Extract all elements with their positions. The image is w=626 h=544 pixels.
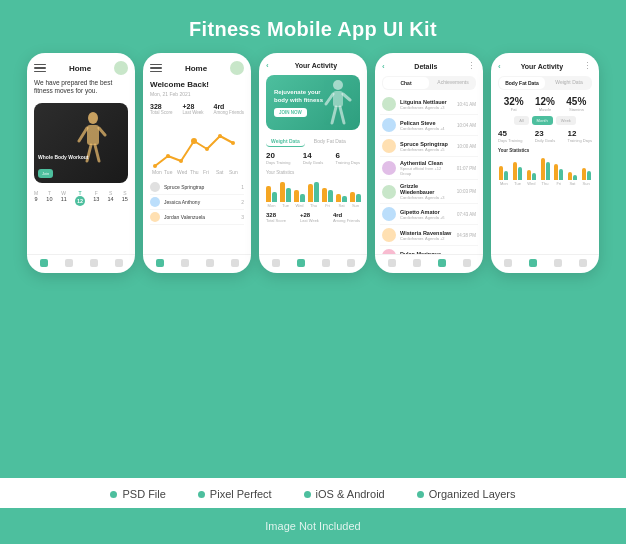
stat-training: 6 Training Days — [335, 151, 360, 165]
day-thu-active[interactable]: T12 — [75, 190, 85, 206]
tab-body-fat[interactable]: Body Fat Data — [309, 136, 351, 147]
chip-week[interactable]: Week — [556, 116, 576, 125]
day-wed: W11 — [61, 190, 67, 206]
svg-point-0 — [88, 112, 98, 124]
bottom-profile-icon[interactable] — [206, 259, 214, 267]
bottom-settings-icon[interactable] — [579, 259, 587, 267]
list-item: Grizzle Wiedenbauer Cardioframer. Agenda… — [380, 180, 478, 204]
tab-achievements[interactable]: Achievements — [430, 76, 476, 90]
back-button[interactable]: ‹ — [498, 62, 501, 71]
bottom-settings-icon[interactable] — [231, 259, 239, 267]
day-sun: S15 — [122, 190, 128, 206]
pct-fat: 32% Fat — [504, 96, 524, 112]
phone-workout: Home We have prepared the best fitness m… — [27, 53, 135, 273]
join-button[interactable]: JOIN NOW — [274, 108, 307, 117]
more-icon[interactable]: ⋮ — [583, 61, 592, 71]
back-button[interactable]: ‹ — [382, 62, 385, 71]
bottom-home-icon[interactable] — [272, 259, 280, 267]
phone4-list: Litguina Nettlauer Cardioframer. Agenda … — [375, 92, 483, 254]
phone2-welcome: Welcome Back! — [143, 78, 251, 91]
bar-wed: Wed — [294, 180, 305, 208]
bottom-home-icon[interactable] — [40, 259, 48, 267]
svg-text:Thu: Thu — [190, 169, 199, 175]
phone1-nav-label: Home — [69, 64, 91, 73]
phone1-tagline: We have prepared the best fitness moves … — [27, 79, 135, 100]
bar-fri: Fri — [553, 156, 565, 186]
list-score: 2 — [241, 199, 244, 205]
avatar — [150, 212, 160, 222]
bottom-search-icon[interactable] — [413, 259, 421, 267]
phone4-tabs: Chat Achievements — [382, 76, 476, 90]
phone5-title: Your Activity — [504, 63, 580, 70]
svg-rect-21 — [333, 91, 343, 107]
phones-area: Home We have prepared the best fitness m… — [0, 53, 626, 478]
phone3-bar-chart: Your Statistics Mon Tue — [259, 167, 367, 210]
bottom-chat-icon[interactable] — [438, 259, 446, 267]
avatar — [230, 61, 244, 75]
bottom-home-icon[interactable] — [504, 259, 512, 267]
bottom-profile-icon[interactable] — [554, 259, 562, 267]
bottom-settings-icon[interactable] — [463, 259, 471, 267]
bottom-home-icon[interactable] — [156, 259, 164, 267]
bottom-search-icon[interactable] — [65, 259, 73, 267]
phone5-bar-chart: Mon Tue Wed Th — [491, 154, 599, 186]
phone5-percentages: 32% Fat 12% Muscle 45% Stamina — [491, 92, 599, 114]
phone-details: ‹ Details ⋮ Chat Achievements Litguina N… — [375, 53, 483, 273]
bar-tue: Tue — [280, 180, 291, 208]
bottom-activity-icon[interactable] — [297, 259, 305, 267]
list-item: Jessica Anthony 2 — [150, 195, 244, 210]
bar-wed: Wed — [525, 156, 537, 186]
avatar — [150, 197, 160, 207]
bottom-settings-icon[interactable] — [347, 259, 355, 267]
phone2-nav-label: Home — [185, 64, 207, 73]
list-score: 1 — [241, 184, 244, 190]
hamburger-icon[interactable] — [34, 64, 46, 73]
phone1-bottom-nav — [27, 254, 135, 273]
phone3-bottom-stats: 328 Total Score +28 Last Week 4rd Among … — [259, 210, 367, 225]
tab-weight[interactable]: Weight Data — [546, 76, 592, 90]
day-mon: M9 — [34, 190, 38, 206]
bar-sat: Sat — [336, 180, 347, 208]
stat-val: 4rd — [213, 103, 244, 110]
bottom-activity-icon[interactable] — [529, 259, 537, 267]
pct-stamina: 45% Stamina — [566, 96, 586, 112]
bottom-home-icon[interactable] — [388, 259, 396, 267]
list-name: Jessica Anthony — [164, 199, 237, 205]
feature-pixel: Pixel Perfect — [198, 488, 272, 500]
bottom-profile-icon[interactable] — [90, 259, 98, 267]
bar-sun: Sun — [580, 156, 592, 186]
back-button[interactable]: ‹ — [266, 61, 269, 70]
feature-label: Organized Layers — [429, 488, 516, 500]
svg-line-3 — [99, 128, 105, 135]
day-fri: F13 — [93, 190, 99, 206]
day-tue: T10 — [46, 190, 52, 206]
chip-all[interactable]: All — [514, 116, 528, 125]
bottom-profile-icon[interactable] — [322, 259, 330, 267]
stat-rank: 4rd Among Friends — [213, 103, 244, 115]
avatar — [150, 182, 160, 192]
svg-text:Mon: Mon — [152, 169, 162, 175]
avatar — [382, 97, 396, 111]
hamburger-icon[interactable] — [150, 64, 162, 73]
bottom-search-icon[interactable] — [181, 259, 189, 267]
tab-body-fat[interactable]: Body Fat Data — [499, 77, 545, 89]
tab-weight-data[interactable]: Weight Data — [266, 136, 305, 147]
page-title: Fitness Mobile App UI Kit — [189, 18, 437, 40]
stat-val: +28 — [182, 103, 203, 110]
bottom-text: Image Not Included — [265, 520, 360, 532]
svg-point-11 — [218, 134, 222, 138]
list-item: Spruce Springtrap 1 — [150, 180, 244, 195]
phone2-bottom-nav — [143, 254, 251, 273]
phone1-badge[interactable]: Join — [38, 169, 53, 178]
bottom-settings-icon[interactable] — [115, 259, 123, 267]
svg-text:Fri: Fri — [203, 169, 209, 175]
more-icon[interactable]: ⋮ — [467, 61, 476, 71]
stat-goals: 23 Daily Goals — [535, 129, 555, 143]
list-item: Pelican Steve Cardioframer. Agenda +4 10… — [380, 115, 478, 136]
phone-home: Home Welcome Back! Mon, 21 Feb 2021 328 … — [143, 53, 251, 273]
stat-days: 45 Days Training — [498, 129, 522, 143]
svg-text:Sat: Sat — [216, 169, 224, 175]
tab-chat[interactable]: Chat — [383, 77, 429, 89]
phone2-stats: 328 Total Score +28 Last Week 4rd Among … — [143, 101, 251, 119]
chip-month[interactable]: Month — [532, 116, 553, 125]
